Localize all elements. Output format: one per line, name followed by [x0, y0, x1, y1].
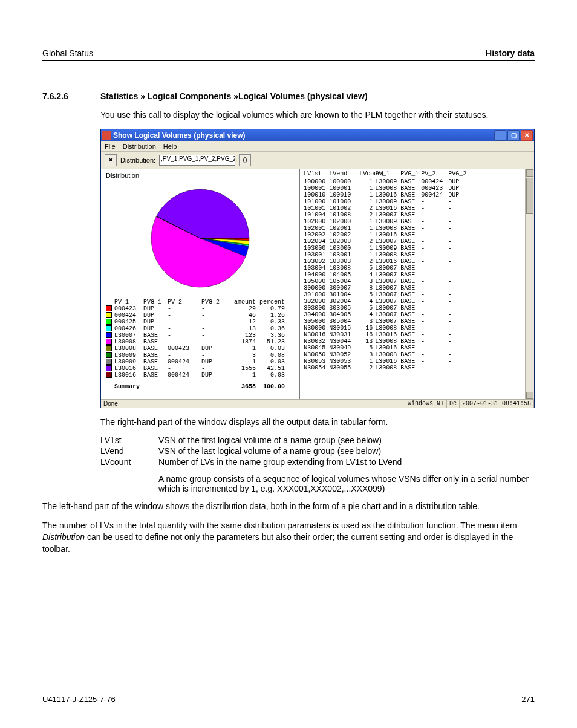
def-desc: Number of LVs in the name group extendin…: [158, 457, 535, 467]
table-row: N30016N3003116L30016BASE--: [304, 331, 534, 338]
page-header: Global Status History data: [42, 48, 535, 61]
distribution-label: Distribution:: [120, 157, 155, 164]
table-row: N30032N3004413L30008BASE--: [304, 338, 534, 345]
section-heading: 7.6.2.6 Statistics » Logical Components …: [42, 91, 535, 101]
table-row: 1030021030032L30016BASE--: [304, 258, 534, 265]
table-row: 1020001020001L30009BASE--: [304, 218, 534, 225]
def-term: LVend: [100, 446, 158, 456]
table-row: 1030011030011L30008BASE--: [304, 252, 534, 258]
table-row: 3010003010045L30007BASE--: [304, 291, 534, 298]
legend-swatch-icon: [106, 325, 112, 331]
table-row: 1020011020011L30008BASE--: [304, 225, 534, 232]
legend-header: PV_1 PVG_1 PV_2 PVG_2 amount percent: [114, 299, 295, 305]
footer-docid: U41117-J-Z125-7-76: [42, 695, 116, 704]
table-row: 1010011010022L30016BASE--: [304, 205, 534, 212]
table-row: 1040001040054L30007BASE--: [304, 271, 534, 278]
definition-list: LV1stVSN of the first logical volume of …: [100, 435, 535, 493]
table-row: 1000011000011L30008BASE000423DUP: [304, 185, 534, 192]
legend-swatch-icon: [106, 365, 112, 371]
app-window: Show Logical Volumes (physical view) _ ▢…: [100, 129, 535, 408]
def-term: LVcount: [100, 457, 158, 467]
legend-row: 000425DUP--120.33: [106, 319, 295, 325]
close-button[interactable]: ✕: [521, 130, 533, 141]
distribution-input[interactable]: ,PV_1,PVG_1,PV_2,PVG_2: [159, 155, 235, 166]
legend-swatch-icon: [106, 352, 112, 358]
legend-swatch-icon: [106, 332, 112, 338]
table-row: N30050N300523L30008BASE--: [304, 351, 534, 358]
menu-distribution[interactable]: Distribution: [123, 143, 156, 150]
distribution-pane: Distribution PV_1 PVG_1 PV_2 PVG_2 amoun…: [101, 169, 300, 399]
table-row: N30045N300495L30016BASE--: [304, 345, 534, 351]
titlebar[interactable]: Show Logical Volumes (physical view) _ ▢…: [101, 129, 534, 141]
app-icon: [102, 131, 111, 140]
section-number: 7.6.2.6: [42, 91, 100, 101]
def-desc: VSN of the first logical volume of a nam…: [158, 435, 535, 445]
status-os: Windows NT: [405, 400, 447, 408]
legend-row: 000423DUP--290.79: [106, 305, 295, 312]
scroll-up-icon[interactable]: [526, 169, 533, 177]
footer-pagenum: 271: [521, 695, 535, 704]
scroll-down-icon[interactable]: [526, 392, 533, 399]
legend-swatch-icon: [106, 339, 112, 345]
def-term: LV1st: [100, 435, 158, 445]
status-done: Done: [101, 400, 405, 408]
header-right: History data: [486, 48, 535, 58]
maximize-button[interactable]: ▢: [507, 130, 520, 141]
table-row: N30053N300531L30016BASE--: [304, 358, 534, 365]
table-row: 1020021020021L30016BASE--: [304, 232, 534, 238]
legend-swatch-icon: [106, 345, 112, 351]
legend-row: L30009BASE--30.08: [106, 352, 295, 359]
window-title: Show Logical Volumes (physical view): [113, 131, 494, 140]
after-window-1: The right-hand part of the window displa…: [100, 417, 535, 429]
table-row: 1010041010082L30007BASE--: [304, 212, 534, 218]
legend-row: 000426DUP--130.36: [106, 325, 295, 332]
legend-swatch-icon: [106, 312, 112, 318]
legend-row: L30007BASE--1233.36: [106, 332, 295, 339]
data-header: LV1st LVend LVcount PV_1 PVG_1 PV_2 PVG_…: [304, 171, 534, 177]
def-desc: VSN of the last logical volume of a name…: [158, 446, 535, 456]
toolbar-refresh-icon[interactable]: (): [239, 154, 251, 166]
pie-chart: [146, 184, 255, 293]
table-row: N30000N3001516L30008BASE--: [304, 325, 534, 331]
menubar: File Distribution Help: [101, 141, 534, 152]
data-pane: LV1st LVend LVcount PV_1 PVG_1 PV_2 PVG_…: [300, 169, 534, 399]
toolbar: ✕ Distribution: ,PV_1,PVG_1,PV_2,PVG_2 (…: [101, 152, 534, 169]
legend-swatch-icon: [106, 319, 112, 325]
statusbar: Done Windows NT De 2007-01-31 08:41:58: [101, 399, 534, 408]
legend-summary: Summary 3658 100.00: [114, 383, 295, 390]
status-locale: De: [447, 400, 460, 408]
menu-file[interactable]: File: [105, 143, 116, 150]
legend-swatch-icon: [106, 359, 112, 365]
table-row: 3020003020044L30007BASE--: [304, 298, 534, 305]
scrollbar[interactable]: [525, 169, 534, 399]
status-timestamp: 2007-01-31 08:41:58: [460, 400, 534, 408]
table-row: 1050001050043L30007BASE--: [304, 278, 534, 285]
legend-row: L30008BASE000423DUP10.03: [106, 345, 295, 352]
distribution-menu-ref: Distribution: [42, 532, 85, 542]
after-window-3: The number of LVs in the total quantity …: [42, 520, 535, 556]
legend-row: L30016BASE000424DUP10.03: [106, 372, 295, 379]
header-left: Global Status: [42, 48, 93, 58]
scroll-thumb[interactable]: [526, 178, 533, 214]
table-row: 1030041030085L30007BASE--: [304, 265, 534, 271]
table-row: 3030003030055L30007BASE--: [304, 305, 534, 311]
table-row: N30054N300552L30008BASE--: [304, 365, 534, 371]
table-row: 1010001010001L30009BASE--: [304, 198, 534, 205]
legend-row: L30009BASE000424DUP10.03: [106, 359, 295, 365]
table-row: 3000003000078L30007BASE--: [304, 285, 534, 291]
menu-help[interactable]: Help: [163, 143, 177, 150]
legend-swatch-icon: [106, 372, 112, 378]
legend-swatch-icon: [106, 305, 112, 311]
distribution-title: Distribution: [106, 172, 295, 179]
legend-row: L30016BASE--155542.51: [106, 365, 295, 372]
after-window-2: The left-hand part of the window shows t…: [42, 501, 535, 513]
table-row: 1030001030001L30009BASE--: [304, 245, 534, 252]
legend-row: 000424DUP--461.26: [106, 312, 295, 319]
table-row: 1020041020082L30007BASE--: [304, 238, 534, 245]
table-row: 1000001000001L30009BASE000424DUP: [304, 178, 534, 185]
toolbar-close-icon[interactable]: ✕: [105, 154, 117, 166]
section-title: Statistics » Logical Components »Logical…: [100, 91, 368, 101]
intro-paragraph: You use this call to display the logical…: [100, 109, 535, 122]
minimize-button[interactable]: _: [494, 130, 506, 141]
table-row: 3050003050043L30007BASE--: [304, 318, 534, 325]
